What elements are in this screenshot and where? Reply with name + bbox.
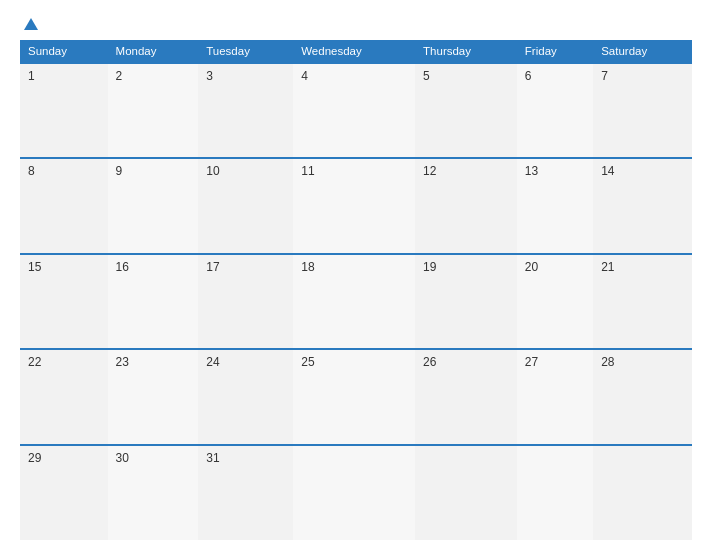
weekday-header-friday: Friday (517, 40, 593, 63)
weekday-header-sunday: Sunday (20, 40, 108, 63)
calendar-day-cell: 27 (517, 349, 593, 444)
day-number: 20 (525, 260, 538, 274)
calendar-day-cell: 15 (20, 254, 108, 349)
day-number: 7 (601, 69, 608, 83)
calendar-day-cell: 30 (108, 445, 199, 540)
day-number: 6 (525, 69, 532, 83)
calendar-week-row: 1234567 (20, 63, 692, 158)
day-number: 22 (28, 355, 41, 369)
day-number: 14 (601, 164, 614, 178)
calendar-day-cell: 4 (293, 63, 415, 158)
day-number: 24 (206, 355, 219, 369)
day-number: 10 (206, 164, 219, 178)
calendar-day-cell: 10 (198, 158, 293, 253)
day-number: 13 (525, 164, 538, 178)
calendar-page: SundayMondayTuesdayWednesdayThursdayFrid… (0, 0, 712, 550)
calendar-day-cell (517, 445, 593, 540)
calendar-day-cell: 11 (293, 158, 415, 253)
weekday-header-row: SundayMondayTuesdayWednesdayThursdayFrid… (20, 40, 692, 63)
day-number: 18 (301, 260, 314, 274)
day-number: 9 (116, 164, 123, 178)
calendar-day-cell: 24 (198, 349, 293, 444)
calendar-day-cell: 23 (108, 349, 199, 444)
calendar-day-cell: 2 (108, 63, 199, 158)
logo (20, 18, 38, 30)
weekday-header-wednesday: Wednesday (293, 40, 415, 63)
day-number: 12 (423, 164, 436, 178)
calendar-day-cell: 14 (593, 158, 692, 253)
day-number: 15 (28, 260, 41, 274)
calendar-table: SundayMondayTuesdayWednesdayThursdayFrid… (20, 40, 692, 540)
day-number: 26 (423, 355, 436, 369)
logo-triangle-icon (24, 18, 38, 30)
calendar-day-cell: 18 (293, 254, 415, 349)
weekday-header-saturday: Saturday (593, 40, 692, 63)
calendar-day-cell (415, 445, 517, 540)
calendar-day-cell: 19 (415, 254, 517, 349)
calendar-day-cell: 26 (415, 349, 517, 444)
day-number: 8 (28, 164, 35, 178)
day-number: 16 (116, 260, 129, 274)
day-number: 25 (301, 355, 314, 369)
calendar-day-cell: 3 (198, 63, 293, 158)
calendar-day-cell: 17 (198, 254, 293, 349)
calendar-week-row: 891011121314 (20, 158, 692, 253)
calendar-day-cell: 22 (20, 349, 108, 444)
day-number: 17 (206, 260, 219, 274)
calendar-day-cell: 8 (20, 158, 108, 253)
calendar-day-cell: 31 (198, 445, 293, 540)
calendar-day-cell: 5 (415, 63, 517, 158)
day-number: 3 (206, 69, 213, 83)
day-number: 27 (525, 355, 538, 369)
calendar-week-row: 15161718192021 (20, 254, 692, 349)
day-number: 29 (28, 451, 41, 465)
day-number: 23 (116, 355, 129, 369)
day-number: 30 (116, 451, 129, 465)
day-number: 31 (206, 451, 219, 465)
calendar-day-cell (593, 445, 692, 540)
day-number: 19 (423, 260, 436, 274)
calendar-day-cell: 21 (593, 254, 692, 349)
calendar-day-cell: 6 (517, 63, 593, 158)
day-number: 2 (116, 69, 123, 83)
calendar-day-cell: 28 (593, 349, 692, 444)
calendar-day-cell (293, 445, 415, 540)
calendar-day-cell: 12 (415, 158, 517, 253)
calendar-day-cell: 7 (593, 63, 692, 158)
calendar-day-cell: 16 (108, 254, 199, 349)
calendar-day-cell: 13 (517, 158, 593, 253)
day-number: 11 (301, 164, 314, 178)
weekday-header-thursday: Thursday (415, 40, 517, 63)
calendar-day-cell: 9 (108, 158, 199, 253)
header (20, 18, 692, 30)
weekday-header-monday: Monday (108, 40, 199, 63)
calendar-day-cell: 1 (20, 63, 108, 158)
calendar-day-cell: 20 (517, 254, 593, 349)
calendar-week-row: 293031 (20, 445, 692, 540)
day-number: 1 (28, 69, 35, 83)
day-number: 4 (301, 69, 308, 83)
calendar-day-cell: 29 (20, 445, 108, 540)
calendar-day-cell: 25 (293, 349, 415, 444)
calendar-week-row: 22232425262728 (20, 349, 692, 444)
day-number: 5 (423, 69, 430, 83)
weekday-header-tuesday: Tuesday (198, 40, 293, 63)
day-number: 21 (601, 260, 614, 274)
day-number: 28 (601, 355, 614, 369)
